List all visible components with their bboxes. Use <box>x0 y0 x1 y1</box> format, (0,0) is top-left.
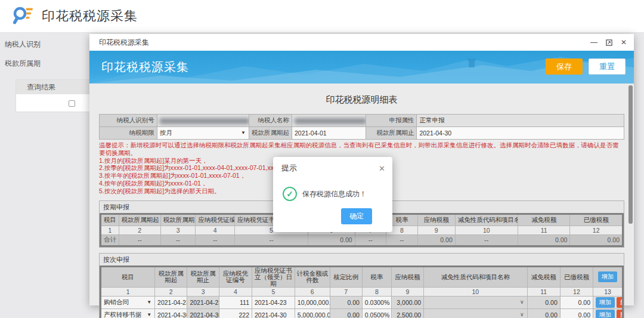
table-row: 购销合同 ▼ 2021-04-23 2021-04-23 111 2021-04… <box>101 296 623 308</box>
reset-button[interactable]: 重置 <box>589 58 626 75</box>
rate-cell: 0.0500% <box>362 308 391 318</box>
col-number: 11 <box>518 226 570 234</box>
voucher-date-cell[interactable]: 2021-04-23 <box>252 296 295 308</box>
dialog-body: ✓ 保存税源信息成功！ <box>273 178 392 205</box>
dialog-title: 提示 <box>281 163 379 174</box>
sheet-title: 印花税税源明细表 <box>99 94 624 106</box>
delete-row-button[interactable]: 删除 <box>617 297 623 308</box>
total-cell: 合计 <box>101 234 119 246</box>
bg-label-tax-period: 税款所属期 <box>5 58 88 69</box>
row-actions: 增加删除 <box>593 308 623 318</box>
app-header: 印花税税源采集 <box>0 0 644 33</box>
periodic-total-row: 合计 -- -- -- -- 0.00 -- -- 0.00 -- 0.00 0… <box>101 234 623 246</box>
period-end-input[interactable]: 2021-04-30 <box>417 127 624 140</box>
search-list-logo-icon <box>12 6 33 26</box>
modal-title: 印花税税源采集 <box>99 38 582 48</box>
rate-cell: 0.0300% <box>362 296 391 308</box>
bg-label-taxpayer-id: 纳税人识别 <box>5 39 88 50</box>
col-header: 核定比例 <box>330 266 362 287</box>
total-cell: 0.00 <box>308 234 355 246</box>
add-row-button[interactable]: 增加 <box>598 271 617 282</box>
delete-row-button[interactable]: 删除 <box>617 310 623 318</box>
total-cell: -- <box>235 234 308 246</box>
total-cell: 0.00 <box>570 234 623 246</box>
scrollbar-thumb[interactable] <box>628 85 633 224</box>
voucher-no-cell[interactable]: 222 <box>219 308 252 318</box>
declare-attr-value: 正常申报 <box>417 115 624 127</box>
col-header: 税目 <box>101 214 119 226</box>
col-number: 12 <box>560 287 593 296</box>
col-number: 1 <box>101 287 155 296</box>
col-header: 已缴税额 <box>560 266 593 287</box>
chevron-down-icon: ▼ <box>147 300 151 305</box>
paid-amount-cell[interactable]: 0.00 <box>560 308 593 318</box>
col-number: 11 <box>527 287 560 296</box>
banner-title: 印花税税源采集 <box>101 59 189 75</box>
col-header: 减免税额 <box>518 214 570 226</box>
modal-scrollbar[interactable] <box>628 85 633 318</box>
row-actions: 增加删除 <box>593 296 623 308</box>
taxpayer-info-table: 纳税人识别号 纳税人名称 申报属性 正常申报 纳税期限 按月 ▼ 税款所属期起 … <box>99 114 624 140</box>
relief-select[interactable]: ∨ <box>424 308 527 318</box>
row-checkbox[interactable] <box>69 100 75 107</box>
pertime-declaration-section: 按次申报 税目 税款所属期起 税款所属期止 应纳税凭证编号 应纳税凭证书立（领受… <box>99 253 624 318</box>
save-success-dialog: 提示 ✕ ✓ 保存税源信息成功！ 确定 <box>273 157 392 232</box>
col-number: 12 <box>570 226 623 234</box>
voucher-no-cell[interactable]: 111 <box>219 296 252 308</box>
col-header: 应纳税凭证编号 <box>196 214 235 226</box>
col-number: 10 <box>455 226 518 234</box>
col-header: 减免性质代码和项目名称 <box>424 266 527 287</box>
col-number: 5 <box>252 287 295 296</box>
tax-item-select[interactable]: 购销合同 ▼ <box>101 296 155 308</box>
col-number: 2 <box>155 287 187 296</box>
total-cell: -- <box>455 234 518 246</box>
chevron-down-icon: ▼ <box>241 130 246 135</box>
voucher-date-cell[interactable]: 2021-04-30 <box>252 308 295 318</box>
chevron-down-icon: ∨ <box>520 311 524 317</box>
save-button[interactable]: 保存 <box>546 58 583 75</box>
relief-amount-cell: 0.00 <box>527 296 560 308</box>
add-row-button[interactable]: 增加 <box>596 297 615 308</box>
close-icon[interactable]: ✕ <box>379 164 385 173</box>
amount-cell[interactable]: 10,000,000.00 <box>295 296 330 308</box>
chevron-down-icon: ▼ <box>147 312 151 317</box>
col-header: 应纳税凭证书立（领受）日期 <box>252 266 295 287</box>
period-end-cell: 2021-04-30 <box>187 308 219 318</box>
col-number: 7 <box>330 287 362 296</box>
col-header: 已缴税额 <box>570 214 623 226</box>
notice-line: 温馨提示：新增税源时可以通过选择纳税期限和税款所属期起采集相应属期的税源信息，当… <box>99 141 624 157</box>
total-cell: -- <box>160 234 196 246</box>
period-end-cell: 2021-04-23 <box>187 296 219 308</box>
tax-term-label: 纳税期限 <box>100 127 157 140</box>
relief-select[interactable]: ∨ <box>424 296 527 308</box>
tax-item-select[interactable]: 产权转移书据 ▼ <box>101 308 155 318</box>
tax-amount-cell: 2,500.00 <box>391 308 423 318</box>
period-end-label: 税款所属期止 <box>366 127 417 140</box>
pertime-table: 税目 税款所属期起 税款所属期止 应纳税凭证编号 应纳税凭证书立（领受）日期 计… <box>100 265 624 318</box>
period-start-cell[interactable]: 2021-04-23 <box>155 296 187 308</box>
pertime-section-label: 按次申报 <box>100 254 624 265</box>
ok-button[interactable]: 确定 <box>341 208 372 224</box>
minimize-icon[interactable]: — <box>590 38 597 47</box>
total-cell: -- <box>119 234 160 246</box>
amount-cell[interactable]: 5,000,000.00 <box>295 308 330 318</box>
col-number: 9 <box>391 287 423 296</box>
taxpayer-name-value <box>292 115 366 127</box>
ratio-cell: 0.00 <box>330 296 362 308</box>
period-start-cell[interactable]: 2021-04-30 <box>155 308 187 318</box>
col-number: 9 <box>417 226 455 234</box>
col-number: 13 <box>593 287 623 296</box>
page: 印花税税源采集 纳税人识别 税款所属期 查询结果 印花税税源采集 — ✕ 印花税… <box>0 0 644 318</box>
period-start-label: 税款所属期起 <box>249 127 292 140</box>
total-cell: -- <box>386 234 418 246</box>
tax-term-select[interactable]: 按月 ▼ <box>157 127 249 140</box>
col-number: 10 <box>424 287 527 296</box>
col-header: 税款所属期起 <box>119 214 160 226</box>
restore-icon[interactable] <box>606 39 612 46</box>
declare-attr-label: 申报属性 <box>366 115 417 127</box>
period-start-input[interactable]: 2021-04-01 <box>292 127 366 140</box>
add-row-button[interactable]: 增加 <box>596 310 615 318</box>
paid-amount-cell[interactable]: 0.00 <box>560 296 593 308</box>
taxpayer-id-label: 纳税人识别号 <box>100 115 157 127</box>
close-icon[interactable]: ✕ <box>621 38 627 47</box>
